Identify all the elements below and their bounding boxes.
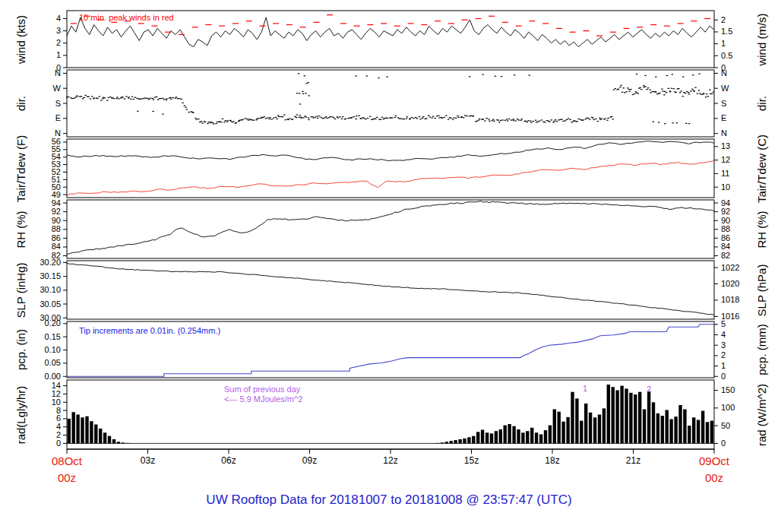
dir-point	[294, 116, 296, 117]
panel-box-temp	[67, 139, 714, 198]
dir-point	[706, 93, 707, 94]
rad-bar	[674, 416, 677, 443]
rad-bar	[463, 439, 466, 444]
dir-point	[701, 94, 702, 95]
dir-point	[673, 88, 675, 89]
dir-point	[604, 118, 606, 119]
dir-point	[690, 90, 691, 91]
rad-bar	[72, 412, 75, 443]
y-tick-label-rad: 6	[56, 413, 61, 423]
y-tick-label-right-slp: 1022	[721, 263, 739, 272]
dir-point	[201, 121, 202, 122]
dir-point	[232, 121, 234, 122]
y-tick-label-right-rad: 0	[721, 439, 726, 448]
dir-point	[93, 97, 95, 98]
dir-point	[207, 122, 209, 122]
tip-increment-note: Tip increments are 0.01in. (0.254mm.)	[79, 326, 220, 335]
y-tick-label-right-temp: 12	[721, 155, 730, 164]
dir-point	[562, 121, 564, 122]
rad-mark-1: 1	[583, 384, 587, 393]
dir-point	[508, 119, 510, 119]
dir-point	[615, 88, 616, 89]
y-tick-label-right-dir: W	[721, 84, 729, 93]
dir-point	[313, 118, 315, 119]
dir-point	[577, 121, 578, 122]
dir-point	[280, 116, 282, 117]
y-tick-label-right-rad: 100	[721, 403, 735, 412]
dir-point	[395, 116, 397, 116]
dir-point	[445, 116, 447, 116]
dir-point	[334, 119, 336, 119]
rad-bar	[607, 385, 610, 444]
y-tick-label-right-rad: 50	[721, 421, 730, 430]
dir-point	[636, 74, 637, 74]
dir-point	[330, 116, 331, 117]
dir-point	[469, 76, 470, 77]
dir-point	[381, 117, 383, 118]
dir-point	[347, 118, 349, 119]
rad-bar	[436, 443, 439, 444]
rad-bar	[450, 441, 453, 443]
dir-point	[103, 97, 104, 98]
dir-point	[403, 119, 405, 119]
dir-point	[637, 93, 639, 94]
series-temp-red	[67, 161, 714, 195]
dir-point	[90, 99, 91, 100]
dir-point	[650, 90, 651, 90]
dir-point	[425, 118, 427, 119]
dir-point	[697, 93, 698, 94]
dir-point	[662, 91, 663, 92]
dir-point	[131, 97, 133, 97]
rad-bar	[495, 431, 498, 443]
dir-point	[681, 90, 682, 91]
y-tick-label-right-rh: 88	[721, 224, 730, 233]
y-tick-label-wind: 4	[56, 14, 61, 23]
dir-point	[682, 77, 684, 78]
dir-point	[601, 119, 602, 119]
dir-point	[99, 96, 100, 97]
dir-point	[341, 119, 343, 119]
dir-point	[321, 117, 322, 118]
dir-point	[486, 118, 488, 119]
dir-point	[655, 77, 656, 78]
dir-point	[251, 119, 253, 120]
dir-point	[115, 98, 117, 99]
rad-bar	[85, 416, 88, 444]
dir-point	[296, 117, 297, 118]
y-tick-label-rh: 90	[52, 216, 61, 225]
rad-bar	[678, 405, 682, 443]
dir-point	[541, 119, 542, 120]
dir-point	[276, 119, 277, 119]
y-tick-label-right-temp: 13	[721, 141, 730, 150]
dir-point	[623, 87, 625, 88]
dir-point	[150, 98, 151, 99]
dir-point	[698, 90, 700, 91]
rad-bar	[615, 391, 618, 444]
rad-bar	[598, 415, 601, 444]
rad-bar	[530, 428, 533, 444]
panel-box-dir	[67, 70, 714, 137]
panel-box-rh	[67, 200, 714, 258]
dir-point	[113, 98, 115, 99]
dir-point	[612, 119, 614, 119]
dir-point	[275, 117, 277, 118]
dir-point	[466, 116, 467, 116]
dir-point	[353, 116, 355, 117]
dir-point	[675, 92, 676, 93]
dir-point	[627, 87, 628, 88]
dir-point	[148, 99, 150, 100]
dir-point	[666, 75, 668, 76]
y-tick-label-right-rh: 90	[721, 216, 730, 225]
y-tick-label-dir: E	[55, 113, 61, 122]
y-tick-label-pcp: 0.20	[45, 318, 61, 328]
dir-point	[296, 115, 298, 116]
dir-point	[679, 92, 681, 93]
dir-point	[328, 117, 330, 118]
dir-point	[606, 120, 608, 121]
dir-point	[162, 114, 163, 115]
y-tick-label-slp: 30.15	[40, 271, 61, 280]
dir-point	[686, 91, 688, 92]
dir-point	[655, 92, 656, 93]
rad-bar	[669, 420, 672, 444]
dir-point	[289, 118, 290, 119]
